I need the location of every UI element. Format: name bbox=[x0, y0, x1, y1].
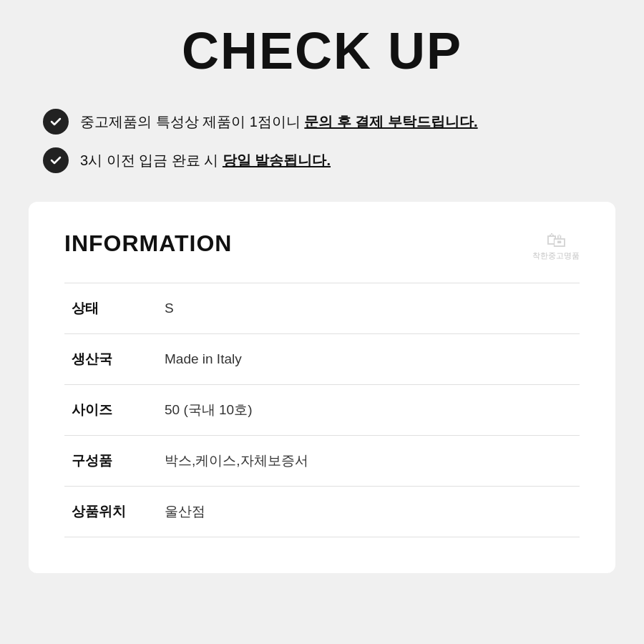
list-item: 중고제품의 특성상 제품이 1점이니 문의 후 결제 부탁드립니다. bbox=[43, 109, 601, 135]
checklist-text-1: 중고제품의 특성상 제품이 1점이니 문의 후 결제 부탁드립니다. bbox=[80, 112, 478, 132]
row-value: 박스,케이스,자체보증서 bbox=[157, 436, 580, 487]
table-row: 구성품 박스,케이스,자체보증서 bbox=[64, 436, 580, 487]
row-value: Made in Italy bbox=[157, 334, 580, 385]
checklist-highlight-2: 당일 발송됩니다. bbox=[223, 152, 331, 168]
bag-icon: 🛍 bbox=[546, 230, 566, 250]
page-title: CHECK UP bbox=[43, 21, 601, 80]
row-label: 생산국 bbox=[64, 334, 157, 385]
brand-label: 착한중고명품 bbox=[532, 250, 580, 261]
row-value: S bbox=[157, 283, 580, 334]
table-row: 상품위치 울산점 bbox=[64, 487, 580, 537]
info-title: INFORMATION bbox=[64, 230, 232, 257]
information-section: INFORMATION 🛍 착한중고명품 상태 S 생산국 Made in It… bbox=[29, 202, 615, 573]
row-label: 상품위치 bbox=[64, 487, 157, 537]
checklist: 중고제품의 특성상 제품이 1점이니 문의 후 결제 부탁드립니다. 3시 이전… bbox=[43, 109, 601, 173]
table-row: 생산국 Made in Italy bbox=[64, 334, 580, 385]
row-value: 울산점 bbox=[157, 487, 580, 537]
brand-watermark: 🛍 착한중고명품 bbox=[532, 230, 580, 261]
table-row: 상태 S bbox=[64, 283, 580, 334]
checkmark-icon bbox=[43, 147, 69, 173]
list-item: 3시 이전 입금 완료 시 당일 발송됩니다. bbox=[43, 147, 601, 173]
info-table: 상태 S 생산국 Made in Italy 사이즈 50 (국내 10호) 구… bbox=[64, 283, 580, 537]
row-label: 구성품 bbox=[64, 436, 157, 487]
table-row: 사이즈 50 (국내 10호) bbox=[64, 385, 580, 436]
bottom-spacer bbox=[0, 573, 644, 602]
row-value: 50 (국내 10호) bbox=[157, 385, 580, 436]
row-label: 사이즈 bbox=[64, 385, 157, 436]
row-label: 상태 bbox=[64, 283, 157, 334]
top-section: CHECK UP 중고제품의 특성상 제품이 1점이니 문의 후 결제 부탁드립… bbox=[0, 0, 644, 202]
checkmark-icon bbox=[43, 109, 69, 135]
checklist-text-2: 3시 이전 입금 완료 시 당일 발송됩니다. bbox=[80, 151, 331, 170]
info-header: INFORMATION 🛍 착한중고명품 bbox=[64, 230, 580, 261]
checklist-highlight-1: 문의 후 결제 부탁드립니다. bbox=[304, 114, 477, 130]
